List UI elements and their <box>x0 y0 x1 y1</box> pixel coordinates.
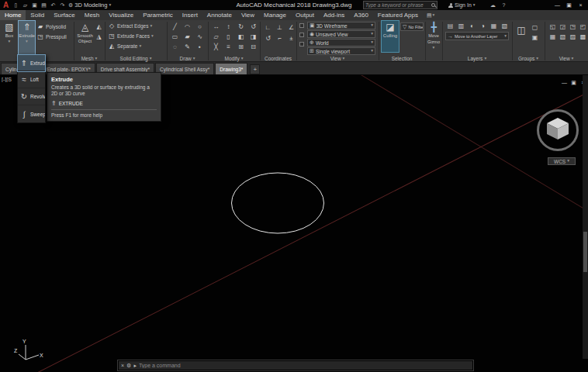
tab-insert[interactable]: Insert <box>178 10 202 20</box>
polyline-tool-icon[interactable]: ▰ <box>182 33 192 41</box>
ungroup-icon[interactable]: ▢ <box>531 23 539 32</box>
layer-tool-icon[interactable]: ▤ <box>445 22 455 30</box>
mirror-tool-icon[interactable]: ◨ <box>248 33 258 41</box>
view-tool-icon[interactable]: ◲ <box>558 22 568 31</box>
command-line[interactable]: × ⚙ ▸ <box>118 360 473 370</box>
tab-add-ins[interactable]: Add-ins <box>319 10 349 20</box>
ucs-tool-icon[interactable]: ⌐ <box>275 34 285 43</box>
drawing-restore-button[interactable]: ▣ <box>569 79 578 86</box>
view-tool-icon[interactable]: ◰ <box>578 22 588 31</box>
move-to-layer-dropdown[interactable]: → Move to Another Layer ▾ <box>445 32 509 40</box>
line-tool-icon[interactable]: ╱ <box>170 22 180 31</box>
save-icon[interactable]: ▣ <box>30 1 39 9</box>
polysolid-button[interactable]: ▰ Polysolid <box>36 23 66 30</box>
undo-icon[interactable]: ↶ <box>49 1 57 9</box>
tab-featured-apps[interactable]: Featured Apps <box>373 10 423 20</box>
workspace-switcher[interactable]: ⚙ 3D Modeling ▾ <box>68 1 111 9</box>
view-tool-icon[interactable]: ▦ <box>548 33 558 41</box>
arc-tool-icon[interactable]: ◠ <box>182 22 192 31</box>
groups-panel-label[interactable]: Groups▾ <box>512 55 545 62</box>
ribbon-display-toggle[interactable]: ▤ ▾ <box>423 10 438 20</box>
drawing-minimize-button[interactable]: — <box>560 79 569 86</box>
culling-toggle[interactable]: ◪ Culling <box>382 21 399 52</box>
tab-view[interactable]: View <box>237 10 259 20</box>
plot-icon[interactable]: ▤ <box>40 1 48 9</box>
explode-tool-icon[interactable]: ⊟ <box>248 43 258 51</box>
flyout-item-sweep[interactable]: ∫ Sweep <box>18 105 45 122</box>
infocenter-search[interactable] <box>363 1 438 9</box>
hatch-tool-icon[interactable]: ✎ <box>182 43 192 51</box>
spline-tool-icon[interactable]: ∿ <box>195 33 205 41</box>
view-option-checkbox[interactable] <box>299 23 304 28</box>
file-tab-active[interactable]: Drawing3* <box>215 63 247 74</box>
search-input[interactable] <box>365 2 430 8</box>
named-view-dropdown[interactable]: ◉ Unsaved View ▾ <box>307 30 375 38</box>
fillet-tool-icon[interactable]: ◧ <box>236 33 246 41</box>
tab-output[interactable]: Output <box>291 10 319 20</box>
move-tool-icon[interactable]: ↔ <box>211 22 221 31</box>
flyout-item-revolve[interactable]: ↻ Revolve <box>18 88 45 105</box>
solid-editing-panel-label[interactable]: Solid Editing▾ <box>105 55 167 62</box>
new-file-icon[interactable]: ▯ <box>12 1 20 9</box>
group-button-icon[interactable]: ◫ <box>515 24 527 36</box>
view-tool-icon[interactable]: ◳ <box>568 22 578 31</box>
group-edit-icon[interactable]: ▣ <box>531 33 539 42</box>
minimize-button[interactable]: — <box>552 1 562 9</box>
offset-tool-icon[interactable]: ≡ <box>223 43 233 51</box>
presspull-button[interactable]: ◳ Presspull <box>36 33 67 40</box>
selection-filter-dropdown[interactable]: ▽ No Filter <box>400 22 424 31</box>
ellipse-object[interactable] <box>230 171 326 235</box>
vertical-scrollbar[interactable] <box>583 75 588 359</box>
viewport-controls[interactable]: [-][S <box>2 77 16 82</box>
ucs-dropdown[interactable]: ⊕ World ▾ <box>307 39 375 46</box>
mesh-panel-label[interactable]: Mesh▾ <box>74 55 105 62</box>
view-option-checkbox[interactable] <box>299 33 304 37</box>
box-button[interactable]: ▧ Box ▾ <box>2 21 17 54</box>
tab-parametric[interactable]: Parametric <box>138 10 178 20</box>
tab-home[interactable]: Home <box>0 10 26 20</box>
array-tool-icon[interactable]: ⊞ <box>236 43 246 51</box>
open-file-icon[interactable]: ▱ <box>21 1 29 9</box>
tab-annotate[interactable]: Annotate <box>202 10 237 20</box>
mesh-tool-icon[interactable]: ◮ <box>95 33 103 41</box>
wcs-dropdown[interactable]: WCS ▾ <box>548 157 576 165</box>
trim-tool-icon[interactable]: ▯ <box>223 33 233 41</box>
extrude-faces-button[interactable]: ◳ Extrude Faces ▾ <box>108 33 154 40</box>
tab-a360[interactable]: A360 <box>349 10 373 20</box>
view2-panel-label[interactable]: View▾ <box>545 55 588 62</box>
extract-edges-button[interactable]: ◇ Extract Edges ▾ <box>108 22 152 29</box>
ucs-tool-icon[interactable]: ∠ <box>286 23 296 32</box>
modify-panel-label[interactable]: Modify▾ <box>208 55 260 62</box>
view-tool-icon[interactable]: ▩ <box>578 33 588 41</box>
scale-tool-icon[interactable]: ▱ <box>211 33 221 41</box>
move-gizmo-dropdown[interactable]: ╋ Move Gizmo ▾ <box>427 21 441 54</box>
layers-panel-label[interactable]: Layers▾ <box>442 55 512 62</box>
viewport-config-dropdown[interactable]: ⊞ Single viewport ▾ <box>307 47 375 55</box>
new-drawing-tab-button[interactable]: + <box>250 64 260 74</box>
search-icon[interactable] <box>431 3 435 7</box>
layer-tool-icon[interactable]: ▦ <box>489 22 499 30</box>
autocad-logo-icon[interactable]: A <box>2 0 10 10</box>
ucs-tool-icon[interactable]: ± <box>286 34 296 43</box>
point-tool-icon[interactable]: ▪ <box>195 43 205 51</box>
redo-icon[interactable]: ↷ <box>58 1 67 9</box>
help-icon[interactable]: ? <box>500 1 508 9</box>
ucs-tool-icon[interactable]: ∟ <box>263 23 273 32</box>
command-customize-icon[interactable]: ⚙ <box>126 363 131 369</box>
layer-tool-icon[interactable]: ◑ <box>478 22 488 30</box>
visual-style-dropdown[interactable]: ▣ 3D Wireframe ▾ <box>307 22 375 29</box>
extrude-button[interactable]: ⇑ Extrude ▾ <box>19 21 35 54</box>
flyout-item-extrude[interactable]: ⇑ Extrude <box>18 55 45 71</box>
stretch-tool-icon[interactable]: ↕ <box>223 22 233 31</box>
separate-button[interactable]: ◭ Separate ▾ <box>108 43 141 50</box>
ellipse-tool-icon[interactable]: ◌ <box>170 43 180 51</box>
layer-tool-icon[interactable]: ▥ <box>456 22 466 30</box>
tab-manage[interactable]: Manage <box>259 10 291 20</box>
layer-tool-icon[interactable]: ◐ <box>467 22 477 30</box>
ucs-tool-icon[interactable]: ↺ <box>263 34 273 43</box>
command-close-icon[interactable]: × <box>121 363 124 368</box>
view-tool-icon[interactable]: ▧ <box>558 33 568 41</box>
mesh-tool-icon[interactable]: ◭ <box>95 22 103 31</box>
a360-cloud-icon[interactable]: ☁ <box>489 1 497 9</box>
sign-in-button[interactable]: Sign In ▾ <box>448 1 476 9</box>
